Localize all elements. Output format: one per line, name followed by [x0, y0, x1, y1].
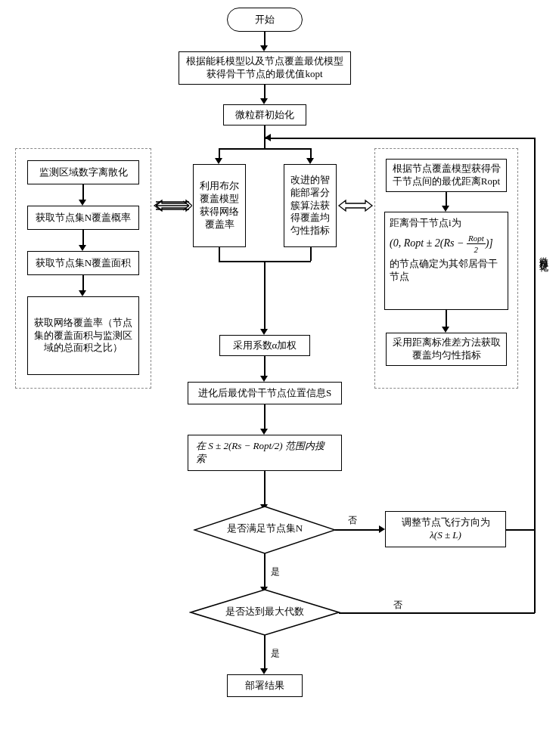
svg-marker-1: [339, 200, 372, 211]
left-step-prob: 获取节点集N覆盖概率: [27, 206, 139, 230]
result-box: 部署结果: [227, 674, 303, 697]
double-arrow-icon: [337, 197, 374, 215]
left-b-text: 获取节点集N覆盖概率: [36, 212, 131, 225]
improved-cluster-text: 改进的智能部署分簇算法获得覆盖均匀性指标: [289, 174, 331, 237]
connector: [335, 529, 380, 531]
adjust-fly-text: 调整节点飞行方向为λ(S ± L): [402, 516, 490, 542]
result-text: 部署结果: [245, 680, 284, 692]
connector: [264, 471, 266, 506]
decision-n: 是否满足节点集N: [216, 522, 314, 535]
connector: [82, 184, 84, 201]
formula-den: 2: [467, 244, 486, 255]
connector: [264, 85, 266, 100]
decision-n-text: 是否满足节点集N: [227, 522, 303, 534]
connector: [219, 148, 311, 150]
arrow: [79, 200, 86, 206]
arrow: [306, 158, 314, 164]
search-range-text: 在 S ± 2(Rs − Ropt/2) 范围内搜索: [196, 440, 334, 466]
arrow: [79, 245, 86, 251]
step-adjust-fly: 调整节点飞行方向为λ(S ± L): [385, 511, 506, 547]
arrow: [215, 158, 222, 164]
arrow: [260, 329, 268, 335]
start-label: 开始: [255, 14, 275, 26]
formula-num: Ropt: [467, 233, 486, 244]
connector: [82, 275, 84, 292]
right-step-ropt: 根据节点覆盖模型获得骨干节点间的最优距离Ropt: [386, 159, 507, 192]
arrow: [260, 668, 268, 674]
step-kopt-text: 根据能耗模型以及节点覆盖最优模型获得骨干节点的最优值kopt: [184, 55, 346, 81]
connector: [310, 247, 312, 261]
step-evolved-s: 进化后最优骨干节点位置信息S: [188, 382, 342, 404]
evolved-s-text: 进化后最优骨干节点位置信息S: [198, 387, 331, 400]
left-d-text: 获取网络覆盖率（节点集的覆盖面积与监测区域的总面积之比）: [33, 317, 134, 355]
decision-maxgen-text: 是否达到最大代数: [225, 606, 304, 617]
arrow: [379, 525, 385, 533]
right-step-stddev: 采用距离标准差方法获取覆盖均匀性指标: [386, 333, 507, 366]
right-b-suffix: 的节点确定为其邻居骨干节点: [390, 258, 503, 284]
left-step-discretize: 监测区域数字离散化: [27, 160, 139, 184]
yes-label-2: 是: [271, 647, 280, 660]
connector: [534, 529, 536, 613]
left-c-text: 获取节点集N覆盖面积: [36, 257, 131, 270]
arrow: [260, 98, 268, 104]
connector: [265, 138, 535, 139]
step-boolean-coverage: 利用布尔覆盖模型获得网络覆盖率: [193, 164, 246, 247]
arrow: [442, 206, 449, 212]
connector: [534, 138, 536, 530]
connector: [82, 230, 84, 246]
step-kopt: 根据能耗模型以及节点覆盖最优模型获得骨干节点的最优值kopt: [179, 51, 351, 85]
connector: [446, 310, 447, 328]
left-step-coverage-rate: 获取网络覆盖率（节点集的覆盖面积与监测区域的总面积之比）: [27, 296, 139, 375]
left-a-text: 监测区域数字离散化: [39, 166, 128, 179]
step-search-range: 在 S ± 2(Rs − Ropt/2) 范围内搜索: [188, 435, 342, 471]
left-step-area: 获取节点集N覆盖面积: [27, 251, 139, 275]
connector: [506, 529, 535, 531]
right-step-neighbor: 距离骨干节点i为 (0, Ropt ± 2(Rs − Ropt2)] 的节点确定…: [384, 212, 508, 310]
right-a-text: 根据节点覆盖模型获得骨干节点间的最优距离Ropt: [391, 163, 502, 188]
step-init-text: 微粒群初始化: [235, 109, 294, 122]
right-b-formula: (0, Ropt ± 2(Rs − Ropt2)]: [390, 233, 503, 256]
alpha-text: 采用系数α加权: [233, 339, 297, 352]
arrow: [260, 376, 268, 382]
arrow: [265, 134, 271, 141]
arrow: [79, 290, 86, 296]
double-arrow-icon: [153, 197, 192, 215]
formula-tail: )]: [486, 237, 493, 249]
connector: [264, 261, 266, 330]
connector: [339, 612, 535, 614]
start-terminator: 开始: [227, 8, 303, 32]
connector: [264, 553, 266, 588]
no-label: 否: [348, 514, 357, 527]
connector: [219, 247, 220, 261]
arrow: [260, 429, 268, 435]
evolution-side-label: 微粒群进化: [537, 249, 550, 257]
connector: [446, 192, 447, 207]
no-label-2: 否: [393, 599, 402, 612]
right-c-text: 采用距离标准差方法获取覆盖均匀性指标: [391, 336, 502, 362]
connector: [264, 356, 266, 377]
step-init: 微粒群初始化: [223, 104, 306, 125]
boolean-cov-text: 利用布尔覆盖模型获得网络覆盖率: [198, 180, 241, 231]
connector: [264, 404, 266, 430]
arrow: [260, 45, 268, 51]
formula-lead: (0, Ropt ± 2(Rs −: [390, 237, 467, 249]
arrow: [442, 327, 449, 333]
step-improved-cluster: 改进的智能部署分簇算法获得覆盖均匀性指标: [284, 164, 337, 247]
decision-maxgen: 是否达到最大代数: [216, 605, 314, 618]
yes-label-1: 是: [271, 565, 280, 578]
connector: [264, 635, 266, 670]
right-b-prefix: 距离骨干节点i为: [390, 217, 503, 230]
connector: [264, 32, 266, 47]
step-alpha-weight: 采用系数α加权: [219, 335, 310, 356]
